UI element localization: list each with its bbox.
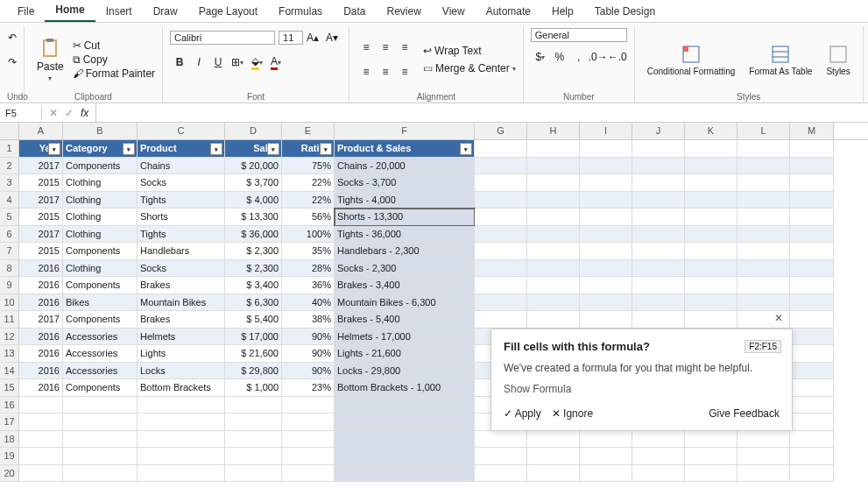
table-cell[interactable] — [632, 311, 685, 329]
table-cell[interactable]: Lights — [138, 345, 225, 363]
table-cell[interactable] — [580, 431, 632, 449]
table-cell[interactable] — [335, 465, 475, 483]
tab-help[interactable]: Help — [541, 1, 584, 22]
table-cell[interactable]: Clothing — [63, 226, 138, 244]
table-cell[interactable]: Handlebars - 2,300 — [335, 243, 475, 260]
align-middle-icon[interactable]: ≡ — [376, 38, 395, 57]
table-cell[interactable]: $ 1,000 — [225, 379, 282, 397]
tab-file[interactable]: File — [7, 1, 45, 22]
table-cell[interactable] — [632, 226, 685, 244]
table-cell[interactable]: Brakes - 5,400 — [335, 311, 475, 329]
fill-color-button[interactable]: ⬙▾ — [247, 53, 266, 72]
apply-button[interactable]: ✓ Apply — [504, 407, 541, 420]
table-cell[interactable]: $ 6,300 — [225, 294, 282, 312]
col-header-B[interactable]: B — [63, 123, 138, 139]
table-cell[interactable]: Shorts — [138, 209, 225, 226]
table-cell[interactable]: Tights — [138, 226, 225, 244]
tab-home[interactable]: Home — [45, 0, 95, 22]
table-cell[interactable] — [63, 397, 138, 414]
table-cell[interactable]: 2015 — [19, 174, 63, 192]
table-cell[interactable] — [63, 431, 138, 449]
table-cell[interactable] — [527, 158, 580, 175]
name-box[interactable]: F5 — [0, 106, 42, 120]
table-cell[interactable] — [19, 431, 63, 449]
table-cell[interactable]: 2015 — [19, 243, 63, 260]
table-cell[interactable] — [138, 431, 225, 449]
table-cell[interactable] — [790, 379, 834, 397]
table-cell[interactable]: Lights - 21,600 — [335, 345, 475, 363]
row-header[interactable]: 19 — [0, 448, 19, 465]
align-center-icon[interactable]: ≡ — [376, 62, 395, 81]
table-cell[interactable]: $ 3,700 — [225, 174, 282, 192]
table-cell[interactable] — [527, 431, 580, 449]
table-cell[interactable]: $ 5,400 — [225, 311, 282, 329]
table-cell[interactable] — [335, 414, 475, 431]
select-all-corner[interactable] — [0, 123, 19, 139]
table-cell[interactable] — [737, 192, 790, 209]
table-cell[interactable]: $ 4,000 — [225, 192, 282, 209]
format-painter-button[interactable]: 🖌Format Painter — [73, 67, 155, 80]
table-cell[interactable] — [790, 158, 834, 175]
table-cell[interactable] — [580, 277, 632, 294]
table-cell[interactable]: Clothing — [63, 192, 138, 209]
ignore-button[interactable]: ✕ Ignore — [552, 407, 593, 420]
row-header[interactable]: 3 — [0, 174, 19, 192]
table-cell[interactable] — [632, 260, 685, 278]
font-color-button[interactable]: A▾ — [266, 53, 286, 72]
table-cell[interactable]: Bottom Brackets - 1,000 — [335, 379, 475, 397]
col-header-F[interactable]: F — [335, 123, 475, 139]
table-cell[interactable] — [527, 311, 580, 329]
table-cell[interactable]: Components — [63, 158, 138, 175]
decrease-font-icon[interactable]: A▾ — [322, 28, 342, 47]
align-bottom-icon[interactable]: ≡ — [395, 38, 414, 57]
tab-page-layout[interactable]: Page Layout — [188, 1, 268, 22]
tab-automate[interactable]: Automate — [476, 1, 541, 22]
table-cell[interactable] — [475, 260, 527, 278]
table-cell[interactable]: 90% — [282, 363, 335, 380]
table-cell[interactable]: Chains - 20,000 — [335, 158, 475, 175]
table-cell[interactable] — [580, 311, 632, 329]
format-as-table-button[interactable]: Format As Table — [744, 42, 817, 78]
table-cell[interactable]: Socks - 3,700 — [335, 174, 475, 192]
table-cell[interactable] — [19, 414, 63, 431]
table-cell[interactable] — [790, 397, 834, 414]
table-cell[interactable]: $ 2,300 — [225, 260, 282, 278]
italic-button[interactable]: I — [189, 53, 208, 72]
table-cell[interactable] — [790, 448, 834, 465]
table-cell[interactable] — [790, 414, 834, 431]
table-cell[interactable] — [335, 397, 475, 414]
table-cell[interactable] — [475, 465, 527, 483]
filter-dropdown-icon[interactable]: ▾ — [460, 143, 472, 155]
row-header[interactable]: 7 — [0, 243, 19, 260]
row-header[interactable]: 2 — [0, 158, 19, 175]
table-cell[interactable] — [685, 260, 737, 278]
table-cell[interactable]: 2016 — [19, 294, 63, 312]
table-header-cell[interactable] — [737, 140, 790, 158]
table-cell[interactable]: $ 13,300 — [225, 209, 282, 226]
table-cell[interactable] — [475, 277, 527, 294]
table-cell[interactable]: Shorts - 13,300 — [335, 209, 475, 226]
row-header[interactable]: 1 — [0, 140, 19, 158]
cell-styles-button[interactable]: Styles — [821, 42, 855, 78]
row-header[interactable]: 9 — [0, 277, 19, 294]
table-cell[interactable] — [580, 226, 632, 244]
table-cell[interactable]: 75% — [282, 158, 335, 175]
table-cell[interactable]: Accessories — [63, 329, 138, 346]
table-cell[interactable] — [580, 294, 632, 312]
font-name-select[interactable]: Calibri — [170, 31, 275, 45]
table-cell[interactable] — [685, 226, 737, 244]
align-top-icon[interactable]: ≡ — [356, 38, 376, 57]
table-cell[interactable] — [737, 174, 790, 192]
table-cell[interactable]: 22% — [282, 174, 335, 192]
table-cell[interactable]: 56% — [282, 209, 335, 226]
number-format-select[interactable]: General — [531, 28, 627, 42]
table-cell[interactable] — [790, 277, 834, 294]
col-header-L[interactable]: L — [737, 123, 790, 139]
table-cell[interactable]: 2016 — [19, 363, 63, 380]
row-header[interactable]: 4 — [0, 192, 19, 209]
table-cell[interactable]: Accessories — [63, 345, 138, 363]
table-cell[interactable] — [527, 174, 580, 192]
table-cell[interactable] — [19, 448, 63, 465]
close-icon[interactable]: ✕ — [774, 312, 783, 324]
tab-data[interactable]: Data — [333, 1, 376, 22]
